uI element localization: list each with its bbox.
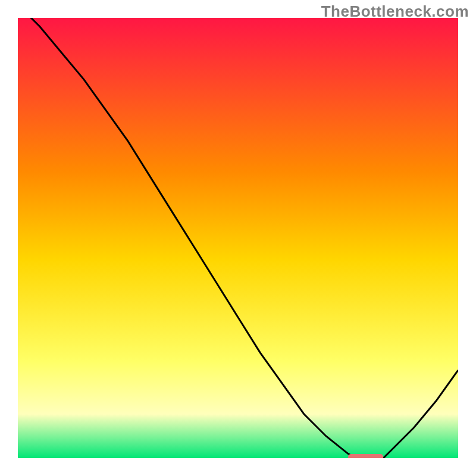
- plot-background: [18, 18, 458, 458]
- optimal-range-marker: [348, 454, 383, 458]
- bottleneck-chart: [18, 18, 458, 458]
- chart-frame: TheBottleneck.com: [0, 0, 476, 476]
